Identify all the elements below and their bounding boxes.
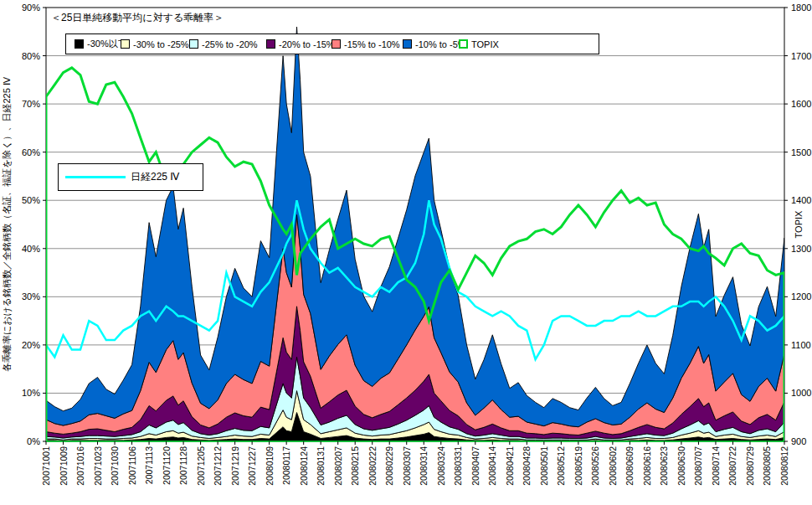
x-tick-label: 20071030 bbox=[110, 446, 120, 486]
left-tick-label: 0% bbox=[27, 436, 40, 446]
x-tick-label: 20080331 bbox=[453, 446, 463, 486]
x-tick-label: 20080124 bbox=[299, 446, 309, 486]
x-tick-label: 20080314 bbox=[419, 446, 429, 486]
x-tick-label: 20080215 bbox=[350, 446, 360, 486]
main-legend: -30%以下-30% to -25%-25% to -20%-20% to -1… bbox=[65, 33, 599, 54]
x-tick-label: 20080222 bbox=[367, 446, 378, 486]
left-tick-label: 50% bbox=[22, 195, 40, 205]
x-tick-label: 20080324 bbox=[436, 446, 446, 486]
left-tick-label: 90% bbox=[22, 3, 40, 13]
legend-swatch-5 bbox=[331, 39, 341, 49]
x-tick-label: 20080131 bbox=[316, 446, 326, 486]
x-tick-label: 20080616 bbox=[642, 446, 652, 486]
left-tick-label: 60% bbox=[22, 147, 40, 157]
left-tick-label: 70% bbox=[22, 99, 40, 109]
legend-swatch-4 bbox=[266, 39, 275, 49]
left-tick-label: 10% bbox=[22, 388, 40, 398]
left-tick-label: 40% bbox=[22, 244, 40, 254]
right-tick-label: 1400 bbox=[791, 195, 811, 205]
legend-item-5: -15% to -10% bbox=[331, 34, 400, 54]
x-tick-label: 20080602 bbox=[608, 446, 618, 486]
x-tick-label: 20080609 bbox=[624, 446, 635, 486]
legend-item-3: -25% to -20% bbox=[189, 34, 258, 54]
legend-item-4: -20% to -15% bbox=[266, 34, 335, 54]
legend-swatch-2 bbox=[121, 39, 130, 49]
x-tick-label: 20080407 bbox=[470, 446, 481, 486]
legend-label-2: -30% to -25% bbox=[133, 39, 189, 49]
x-tick-label: 20071128 bbox=[178, 446, 188, 485]
x-tick-label: 20080109 bbox=[265, 446, 275, 486]
x-tick-label: 20080729 bbox=[745, 446, 755, 486]
chart-title: ＜25日単純移動平均に対する乖離率＞ bbox=[51, 11, 224, 25]
x-tick-label: 20080623 bbox=[659, 446, 669, 486]
chart-canvas: 90%80%70%60%50%40%30%20%10%0%18001700160… bbox=[0, 0, 812, 505]
x-tick-label: 20080428 bbox=[522, 446, 532, 486]
legend-item-1: -30%以下 bbox=[75, 34, 127, 54]
x-tick-label: 20071001 bbox=[41, 446, 51, 486]
x-tick-label: 20080630 bbox=[676, 446, 686, 486]
x-tick-label: 20080805 bbox=[762, 446, 772, 486]
legend-label-7: TOPIX bbox=[471, 39, 499, 49]
left-tick-label: 30% bbox=[22, 291, 40, 301]
x-tick-label: 20071219 bbox=[230, 446, 240, 486]
plot-area: 90%80%70%60%50%40%30%20%10%0%18001700160… bbox=[0, 0, 812, 505]
x-tick-label: 20071009 bbox=[59, 446, 69, 486]
x-tick-label: 20080714 bbox=[711, 446, 721, 486]
x-tick-label: 20071016 bbox=[75, 446, 85, 486]
x-tick-label: 20080414 bbox=[487, 446, 497, 486]
x-tick-label: 20080117 bbox=[281, 446, 291, 485]
right-tick-label: 1000 bbox=[791, 388, 811, 398]
x-tick-label: 20071212 bbox=[213, 446, 223, 486]
legend-swatch-7 bbox=[459, 39, 468, 49]
x-tick-label: 20080707 bbox=[693, 446, 703, 486]
legend-label-3: -25% to -20% bbox=[202, 39, 258, 49]
x-tick-label: 20080519 bbox=[573, 446, 583, 486]
left-axis-title: 各乖離率における銘柄数／全銘柄数（名証、福証を除く）、日経225 Ⅳ bbox=[2, 76, 13, 372]
x-tick-label: 20071227 bbox=[247, 446, 257, 486]
legend-label-5: -15% to -10% bbox=[344, 39, 400, 49]
right-tick-label: 1800 bbox=[791, 3, 811, 13]
x-tick-label: 20071113 bbox=[144, 446, 154, 484]
legend-swatch-6 bbox=[403, 39, 412, 49]
left-tick-label: 20% bbox=[22, 340, 40, 350]
legend-swatch-3 bbox=[189, 39, 198, 49]
x-tick-label: 20080421 bbox=[505, 446, 515, 486]
legend-item-7: TOPIX bbox=[459, 34, 499, 54]
legend-item-2: -30% to -25% bbox=[121, 34, 189, 54]
iv-legend-label: 日経225 Ⅳ bbox=[131, 170, 179, 184]
x-tick-label: 20071106 bbox=[127, 446, 137, 485]
iv-legend: 日経225 Ⅳ bbox=[58, 163, 203, 191]
right-tick-label: 1600 bbox=[791, 99, 811, 109]
right-tick-label: 1700 bbox=[791, 51, 811, 61]
iv-line-swatch bbox=[65, 176, 126, 178]
right-tick-label: 1300 bbox=[791, 244, 811, 254]
x-tick-label: 20080229 bbox=[384, 446, 394, 486]
x-tick-label: 20071120 bbox=[162, 446, 172, 485]
right-tick-label: 1200 bbox=[791, 291, 811, 301]
x-tick-label: 20071205 bbox=[196, 446, 206, 486]
right-tick-label: 1100 bbox=[791, 340, 811, 350]
right-tick-label: 900 bbox=[791, 436, 806, 446]
legend-swatch-1 bbox=[75, 39, 84, 49]
x-tick-label: 20080501 bbox=[539, 446, 549, 486]
left-tick-label: 80% bbox=[22, 51, 40, 61]
x-tick-label: 20080512 bbox=[556, 446, 566, 486]
right-axis-title: TOPIX bbox=[794, 210, 804, 238]
x-tick-label: 20080307 bbox=[402, 446, 412, 486]
x-tick-label: 20080722 bbox=[727, 446, 737, 486]
x-tick-label: 20080526 bbox=[590, 446, 600, 486]
x-tick-label: 20080812 bbox=[779, 446, 789, 486]
right-tick-label: 1500 bbox=[791, 147, 811, 157]
legend-label-4: -20% to -15% bbox=[279, 39, 335, 49]
x-tick-label: 20080207 bbox=[333, 446, 343, 486]
legend-item-6: -10% to -5% bbox=[403, 34, 466, 54]
x-tick-label: 20071023 bbox=[93, 446, 103, 486]
